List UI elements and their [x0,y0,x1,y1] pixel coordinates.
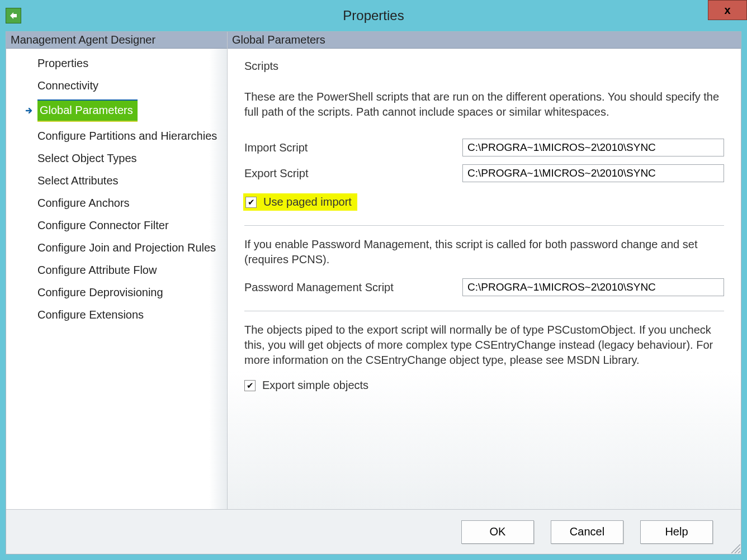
window-title: Properties [0,8,747,23]
use-paged-import-label: Use paged import [263,196,352,208]
divider-2 [244,311,724,311]
nav-item-configure-anchors[interactable]: Configure Anchors [10,192,226,214]
ok-button[interactable]: OK [461,520,534,544]
split-container: Management Agent Designer Properties Con… [6,32,741,509]
arrow-right-icon [25,106,34,115]
import-script-input[interactable] [462,139,724,156]
password-script-row: Password Management Script [244,278,724,296]
right-pane: Global Parameters Scripts These are the … [227,32,741,509]
nav-item-configure-join-projection[interactable]: Configure Join and Projection Rules [10,236,226,259]
content-area: Scripts These are the PowerShell scripts… [228,49,741,509]
nav-item-properties[interactable]: Properties [10,52,226,74]
export-script-row: Export Script [244,164,724,182]
scripts-heading: Scripts [244,60,724,73]
nav-item-global-parameters[interactable]: Global Parameters [10,97,226,125]
nav-item-select-attributes[interactable]: Select Attributes [10,169,226,192]
left-pane-header: Management Agent Designer [6,32,227,49]
password-script-label: Password Management Script [244,281,462,294]
use-paged-import-row: Use paged import [243,193,357,211]
nav-item-configure-deprovisioning[interactable]: Configure Deprovisioning [10,281,226,303]
cancel-button[interactable]: Cancel [551,520,623,544]
help-button[interactable]: Help [640,520,713,544]
footer: OK Cancel Help [6,509,741,554]
password-mgmt-description: If you enable Password Management, this … [244,237,724,267]
right-pane-header: Global Parameters [228,32,741,49]
export-simple-checkbox[interactable] [244,380,256,391]
nav-item-configure-attribute-flow[interactable]: Configure Attribute Flow [10,259,226,281]
close-button[interactable]: x [708,0,747,20]
export-simple-label: Export simple objects [262,379,368,392]
window-frame: Properties x Management Agent Designer P… [0,0,747,560]
export-simple-row: Export simple objects [244,379,724,392]
app-icon [6,8,21,23]
import-script-label: Import Script [244,141,462,154]
left-pane: Management Agent Designer Properties Con… [6,32,227,509]
export-script-input[interactable] [462,164,724,182]
nav-item-select-object-types[interactable]: Select Object Types [10,147,226,169]
nav-item-configure-connector-filter[interactable]: Configure Connector Filter [10,214,226,236]
password-script-input[interactable] [462,278,724,296]
nav-item-configure-extensions[interactable]: Configure Extensions [10,303,226,326]
nav-item-connectivity[interactable]: Connectivity [10,74,226,97]
export-objects-description: The objects piped to the export script w… [244,322,724,368]
scripts-description: These are the PowerShell scripts that ar… [244,89,724,120]
use-paged-import-checkbox[interactable] [245,197,257,208]
nav-item-configure-partitions[interactable]: Configure Partitions and Hierarchies [10,125,226,147]
divider-1 [244,225,724,226]
import-script-row: Import Script [244,139,724,156]
nav-list: Properties Connectivity Global Parameter… [6,49,227,509]
body-area: Management Agent Designer Properties Con… [6,31,741,554]
titlebar: Properties x [0,0,747,31]
close-icon: x [724,4,730,17]
export-script-label: Export Script [244,167,462,180]
